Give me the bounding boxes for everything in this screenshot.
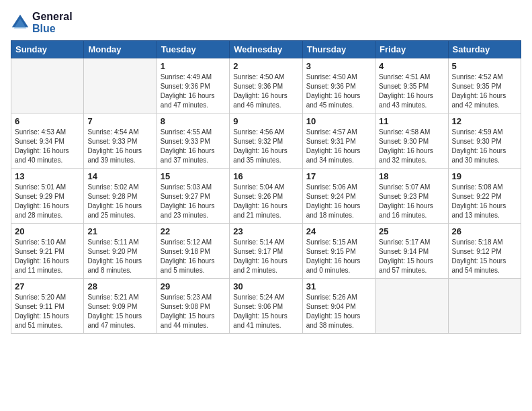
- calendar-cell: [375, 279, 448, 334]
- day-info: Sunrise: 5:03 AM Sunset: 9:27 PM Dayligh…: [161, 183, 226, 220]
- day-number: 30: [233, 281, 298, 291]
- day-number: 19: [452, 171, 517, 181]
- day-number: 14: [87, 171, 152, 181]
- calendar-cell: 16Sunrise: 5:04 AM Sunset: 9:26 PM Dayli…: [230, 169, 302, 224]
- calendar-cell: 10Sunrise: 4:57 AM Sunset: 9:31 PM Dayli…: [302, 113, 375, 169]
- day-number: 3: [306, 61, 371, 71]
- day-info: Sunrise: 5:10 AM Sunset: 9:21 PM Dayligh…: [15, 238, 80, 275]
- calendar-cell: 1Sunrise: 4:49 AM Sunset: 9:36 PM Daylig…: [157, 58, 229, 113]
- calendar-cell: 12Sunrise: 4:59 AM Sunset: 9:30 PM Dayli…: [448, 113, 521, 169]
- day-info: Sunrise: 5:06 AM Sunset: 9:24 PM Dayligh…: [306, 183, 371, 220]
- calendar-cell: 29Sunrise: 5:23 AM Sunset: 9:08 PM Dayli…: [157, 279, 229, 334]
- calendar-cell: 27Sunrise: 5:20 AM Sunset: 9:11 PM Dayli…: [11, 279, 84, 334]
- logo-text: General Blue: [32, 11, 73, 35]
- day-info: Sunrise: 5:21 AM Sunset: 9:09 PM Dayligh…: [87, 293, 152, 330]
- calendar-cell: 6Sunrise: 4:53 AM Sunset: 9:34 PM Daylig…: [11, 113, 84, 169]
- day-info: Sunrise: 4:54 AM Sunset: 9:33 PM Dayligh…: [87, 128, 152, 165]
- day-number: 5: [452, 61, 517, 71]
- calendar-cell: 26Sunrise: 5:18 AM Sunset: 9:12 PM Dayli…: [448, 224, 521, 279]
- day-info: Sunrise: 5:08 AM Sunset: 9:22 PM Dayligh…: [452, 183, 517, 220]
- calendar-week-5: 27Sunrise: 5:20 AM Sunset: 9:11 PM Dayli…: [11, 279, 521, 334]
- calendar-cell: 18Sunrise: 5:07 AM Sunset: 9:23 PM Dayli…: [375, 169, 448, 224]
- header: General Blue: [11, 11, 521, 35]
- day-number: 25: [379, 226, 444, 236]
- column-header-sunday: Sunday: [11, 41, 84, 58]
- day-number: 26: [452, 226, 517, 236]
- calendar-cell: 4Sunrise: 4:51 AM Sunset: 9:35 PM Daylig…: [375, 58, 448, 113]
- day-number: 15: [161, 171, 226, 181]
- day-info: Sunrise: 4:58 AM Sunset: 9:30 PM Dayligh…: [379, 128, 444, 165]
- calendar-cell: 5Sunrise: 4:52 AM Sunset: 9:35 PM Daylig…: [448, 58, 521, 113]
- day-info: Sunrise: 5:14 AM Sunset: 9:17 PM Dayligh…: [233, 238, 298, 275]
- day-number: 21: [87, 226, 152, 236]
- day-number: 29: [161, 281, 226, 291]
- calendar-week-2: 6Sunrise: 4:53 AM Sunset: 9:34 PM Daylig…: [11, 113, 521, 169]
- day-number: 20: [15, 226, 80, 236]
- day-info: Sunrise: 4:50 AM Sunset: 9:36 PM Dayligh…: [306, 73, 371, 110]
- day-number: 17: [306, 171, 371, 181]
- calendar-table: SundayMondayTuesdayWednesdayThursdayFrid…: [11, 40, 521, 334]
- calendar-cell: 15Sunrise: 5:03 AM Sunset: 9:27 PM Dayli…: [157, 169, 229, 224]
- day-number: 22: [161, 226, 226, 236]
- calendar-header-row: SundayMondayTuesdayWednesdayThursdayFrid…: [11, 41, 521, 58]
- day-info: Sunrise: 4:56 AM Sunset: 9:32 PM Dayligh…: [233, 128, 298, 165]
- calendar-cell: [11, 58, 84, 113]
- day-info: Sunrise: 4:51 AM Sunset: 9:35 PM Dayligh…: [379, 73, 444, 110]
- calendar-cell: 30Sunrise: 5:24 AM Sunset: 9:06 PM Dayli…: [230, 279, 302, 334]
- calendar-week-3: 13Sunrise: 5:01 AM Sunset: 9:29 PM Dayli…: [11, 169, 521, 224]
- day-info: Sunrise: 5:17 AM Sunset: 9:14 PM Dayligh…: [379, 238, 444, 275]
- calendar-cell: 25Sunrise: 5:17 AM Sunset: 9:14 PM Dayli…: [375, 224, 448, 279]
- calendar-cell: 23Sunrise: 5:14 AM Sunset: 9:17 PM Dayli…: [230, 224, 302, 279]
- day-info: Sunrise: 4:52 AM Sunset: 9:35 PM Dayligh…: [452, 73, 517, 110]
- day-number: 28: [87, 281, 152, 291]
- calendar-cell: [448, 279, 521, 334]
- day-info: Sunrise: 5:26 AM Sunset: 9:04 PM Dayligh…: [306, 293, 371, 330]
- day-number: 10: [306, 116, 371, 126]
- calendar-cell: 2Sunrise: 4:50 AM Sunset: 9:36 PM Daylig…: [230, 58, 302, 113]
- day-info: Sunrise: 5:07 AM Sunset: 9:23 PM Dayligh…: [379, 183, 444, 220]
- calendar-cell: 22Sunrise: 5:12 AM Sunset: 9:18 PM Dayli…: [157, 224, 229, 279]
- calendar-cell: 24Sunrise: 5:15 AM Sunset: 9:15 PM Dayli…: [302, 224, 375, 279]
- logo: General Blue: [11, 11, 73, 35]
- day-number: 11: [379, 116, 444, 126]
- day-info: Sunrise: 5:01 AM Sunset: 9:29 PM Dayligh…: [15, 183, 80, 220]
- day-number: 12: [452, 116, 517, 126]
- calendar-week-4: 20Sunrise: 5:10 AM Sunset: 9:21 PM Dayli…: [11, 224, 521, 279]
- calendar-cell: [84, 58, 157, 113]
- day-info: Sunrise: 5:11 AM Sunset: 9:20 PM Dayligh…: [87, 238, 152, 275]
- day-number: 8: [161, 116, 226, 126]
- day-info: Sunrise: 5:02 AM Sunset: 9:28 PM Dayligh…: [87, 183, 152, 220]
- day-info: Sunrise: 4:53 AM Sunset: 9:34 PM Dayligh…: [15, 128, 80, 165]
- calendar-cell: 19Sunrise: 5:08 AM Sunset: 9:22 PM Dayli…: [448, 169, 521, 224]
- calendar-cell: 17Sunrise: 5:06 AM Sunset: 9:24 PM Dayli…: [302, 169, 375, 224]
- calendar-cell: 8Sunrise: 4:55 AM Sunset: 9:33 PM Daylig…: [157, 113, 229, 169]
- column-header-thursday: Thursday: [302, 41, 375, 58]
- day-info: Sunrise: 5:04 AM Sunset: 9:26 PM Dayligh…: [233, 183, 298, 220]
- column-header-friday: Friday: [375, 41, 448, 58]
- day-number: 16: [233, 171, 298, 181]
- calendar-cell: 21Sunrise: 5:11 AM Sunset: 9:20 PM Dayli…: [84, 224, 157, 279]
- day-info: Sunrise: 4:49 AM Sunset: 9:36 PM Dayligh…: [161, 73, 226, 110]
- day-number: 1: [161, 61, 226, 71]
- calendar-cell: 11Sunrise: 4:58 AM Sunset: 9:30 PM Dayli…: [375, 113, 448, 169]
- day-info: Sunrise: 4:50 AM Sunset: 9:36 PM Dayligh…: [233, 73, 298, 110]
- day-number: 7: [87, 116, 152, 126]
- column-header-tuesday: Tuesday: [157, 41, 229, 58]
- day-info: Sunrise: 5:24 AM Sunset: 9:06 PM Dayligh…: [233, 293, 298, 330]
- day-number: 9: [233, 116, 298, 126]
- day-info: Sunrise: 5:12 AM Sunset: 9:18 PM Dayligh…: [161, 238, 226, 275]
- day-info: Sunrise: 5:15 AM Sunset: 9:15 PM Dayligh…: [306, 238, 371, 275]
- day-number: 23: [233, 226, 298, 236]
- calendar-cell: 31Sunrise: 5:26 AM Sunset: 9:04 PM Dayli…: [302, 279, 375, 334]
- day-number: 13: [15, 171, 80, 181]
- column-header-monday: Monday: [84, 41, 157, 58]
- calendar-cell: 28Sunrise: 5:21 AM Sunset: 9:09 PM Dayli…: [84, 279, 157, 334]
- day-info: Sunrise: 5:18 AM Sunset: 9:12 PM Dayligh…: [452, 238, 517, 275]
- calendar-cell: 13Sunrise: 5:01 AM Sunset: 9:29 PM Dayli…: [11, 169, 84, 224]
- day-number: 4: [379, 61, 444, 71]
- calendar-week-1: 1Sunrise: 4:49 AM Sunset: 9:36 PM Daylig…: [11, 58, 521, 113]
- day-info: Sunrise: 4:57 AM Sunset: 9:31 PM Dayligh…: [306, 128, 371, 165]
- day-number: 6: [15, 116, 80, 126]
- column-header-wednesday: Wednesday: [230, 41, 302, 58]
- day-info: Sunrise: 4:59 AM Sunset: 9:30 PM Dayligh…: [452, 128, 517, 165]
